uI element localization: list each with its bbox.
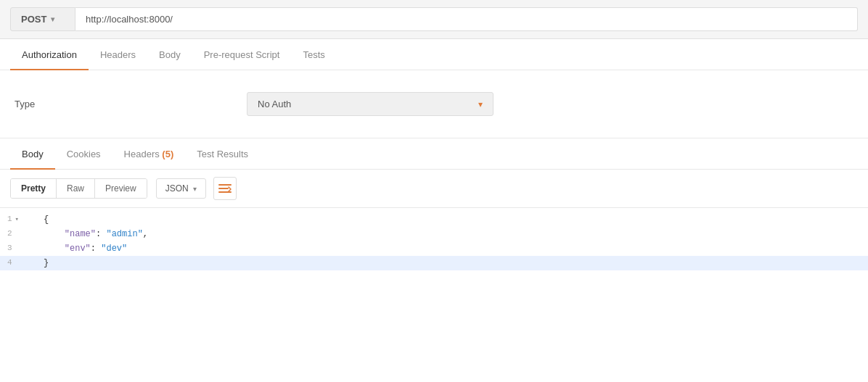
code-content-2: "name": "admin", [36,228,155,240]
tab-authorization[interactable]: Authorization [10,39,89,70]
tab-pre-request-script-label: Pre-request Script [204,49,280,60]
svg-rect-2 [218,191,232,193]
pretty-button[interactable]: Pretty [11,179,57,198]
val-dev: "dev" [101,244,127,254]
res-tab-test-results[interactable]: Test Results [185,138,260,170]
format-group: Pretty Raw Preview [10,178,147,199]
tab-tests[interactable]: Tests [291,39,336,70]
url-input[interactable] [75,7,858,31]
svg-rect-0 [218,184,232,186]
auth-select-chevron-icon: ▾ [478,99,483,109]
tab-pre-request-script[interactable]: Pre-request Script [192,39,292,70]
line-num-1: 1 ▾ [0,214,36,224]
line-num-3: 3 [0,243,36,253]
line-number: 4 [7,258,12,267]
code-line-2: 2 "name": "admin", [0,227,868,241]
raw-button[interactable]: Raw [57,179,95,198]
close-brace: } [44,258,49,268]
method-chevron-icon: ▾ [51,15,54,23]
method-label: POST [21,14,46,25]
auth-row: Type No Auth ▾ [15,92,853,116]
res-tab-headers[interactable]: Headers (5) [112,138,186,170]
res-tab-cookies[interactable]: Cookies [55,138,112,170]
request-tabs: Authorization Headers Body Pre-request S… [0,39,868,70]
code-content-1: { [36,214,56,225]
auth-type-value: No Auth [258,99,291,109]
res-tab-cookies-label: Cookies [67,149,101,159]
line-number: 2 [7,229,12,238]
tab-headers-label: Headers [100,49,136,60]
line-number: 3 [7,244,12,252]
res-tab-body-label: Body [22,149,44,159]
response-section: Body Cookies Headers (5) Test Results Pr… [0,138,868,275]
code-line-4: 4 } [0,256,868,270]
code-content-3: "env": "dev" [36,243,134,254]
tab-tests-label: Tests [303,49,324,60]
language-value: JSON [165,183,189,194]
tab-headers[interactable]: Headers [89,39,147,70]
auth-type-select[interactable]: No Auth ▾ [247,92,494,116]
language-selector[interactable]: JSON ▾ [156,178,206,199]
response-toolbar: Pretty Raw Preview JSON ▾ [0,170,868,208]
line-num-2: 2 [0,228,36,238]
collapse-arrow-icon[interactable]: ▾ [15,215,19,223]
val-admin: "admin" [106,229,142,239]
open-brace: { [44,215,49,225]
code-area: 1 ▾ { 2 "name": "admin", 3 "env": "dev" [0,208,868,275]
code-content-4: } [36,257,56,269]
preview-button[interactable]: Preview [95,179,147,198]
key-env: "env" [65,244,91,254]
res-tab-test-results-label: Test Results [197,149,248,159]
type-label: Type [15,99,58,109]
tab-authorization-label: Authorization [22,49,77,60]
res-tab-body[interactable]: Body [10,138,55,170]
wrap-icon [218,183,232,194]
code-line-1: 1 ▾ { [0,212,868,227]
tab-body-label: Body [159,49,181,60]
auth-section: Type No Auth ▾ [0,70,868,138]
line-num-4: 4 [0,257,36,267]
line-number: 1 [7,215,12,223]
url-bar: POST ▾ [0,0,868,39]
code-line-3: 3 "env": "dev" [0,241,868,256]
key-name: "name" [65,229,96,239]
method-selector[interactable]: POST ▾ [10,7,75,31]
response-tabs: Body Cookies Headers (5) Test Results [0,138,868,170]
wrap-button[interactable] [213,177,237,200]
tab-body[interactable]: Body [147,39,192,70]
language-chevron-icon: ▾ [193,185,197,193]
svg-rect-1 [218,188,229,189]
